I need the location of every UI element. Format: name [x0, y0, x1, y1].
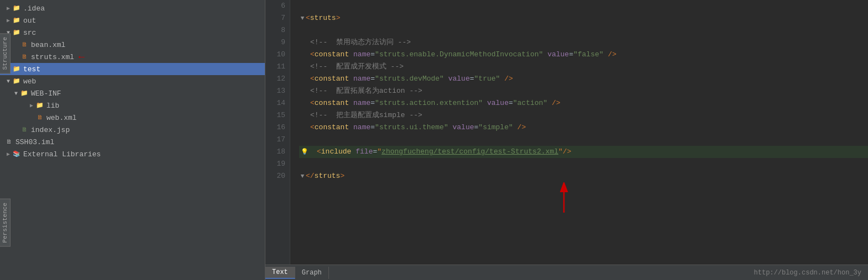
sidebar-item-test[interactable]: ▼ 📁 test [0, 63, 265, 75]
sidebar-item-label: web [23, 77, 36, 86]
sidebar-item-label: WEB-INF [31, 89, 61, 98]
sidebar-item-struts-xml[interactable]: 🗎 struts.xml ← [0, 51, 265, 63]
sidebar-item-label: bean.xml [31, 41, 65, 49]
sidebar-item-label: index.jsp [31, 126, 70, 134]
sidebar-item-label: src [23, 29, 36, 37]
xml-icon: 🗎 [35, 114, 44, 121]
arrow-icon: ▶ [4, 17, 12, 24]
arrow-icon: ▶ [4, 151, 12, 157]
sidebar-item-webinf[interactable]: ▼ 📁 WEB-INF [0, 87, 265, 99]
code-line-15: <!-- 把主题配置成simple --> [299, 109, 868, 121]
sidebar-item-label: lib [46, 102, 59, 110]
arrow-icon: ▼ [12, 91, 20, 97]
url-text: http://blog.csdn.net/hon_3y [754, 269, 861, 277]
folder-icon: 📁 [12, 29, 21, 36]
code-line-20: ▼ </struts> [299, 170, 868, 182]
sidebar-item-lib[interactable]: ▶ 📁 lib [0, 99, 265, 112]
bottom-bar: Text Graph http://blog.csdn.net/hon_3y [265, 265, 868, 280]
folder-icon: 📁 [12, 17, 21, 24]
code-line-7: ▼ <struts> [299, 12, 868, 24]
code-line-16: <constant name="struts.ui.theme" value="… [299, 121, 868, 134]
code-line-11: <!-- 配置成开发模式 --> [299, 61, 868, 73]
sidebar-item-label: struts.xml [31, 53, 74, 61]
sidebar-item-idea[interactable]: ▶ 📁 .idea [0, 2, 265, 14]
lightbulb-icon: 💡 [299, 146, 310, 158]
sidebar-item-bean-xml[interactable]: 🗎 bean.xml [0, 39, 265, 51]
sidebar-item-ssh03-iml[interactable]: 🗎 SSH03.iml [0, 136, 265, 148]
sidebar-item-src[interactable]: ▼ 📁 src [0, 27, 265, 39]
code-line-14: <constant name="struts.action.extention"… [299, 97, 868, 109]
folder-icon: 📁 [12, 77, 21, 85]
xml-icon: 🗎 [20, 41, 29, 49]
file-tree: ▶ 📁 .idea ▶ 📁 out ▼ 📁 src 🗎 bean.xml � [0, 0, 265, 280]
sidebar-item-index-jsp[interactable]: 🗎 index.jsp [0, 124, 265, 136]
arrow-icon: ▶ [4, 5, 12, 12]
fold-marker[interactable]: ▼ [299, 170, 306, 182]
code-line-17 [299, 134, 868, 146]
persistence-tab[interactable]: Persistence [0, 199, 11, 247]
folder-icon: 📁 [12, 4, 21, 12]
sidebar-item-label: .idea [23, 4, 45, 13]
tab-graph[interactable]: Graph [295, 267, 329, 279]
code-line-6 [299, 0, 868, 12]
sidebar-item-label: web.xml [46, 114, 77, 122]
code-line-9: <!-- 禁用动态方法访问 --> [299, 36, 868, 49]
sidebar-item-label: SSH03.iml [15, 138, 54, 146]
arrow-icon: ▶ [28, 102, 35, 109]
xml-icon: 🗎 [20, 53, 29, 61]
folder-icon: 📁 [12, 65, 21, 73]
sidebar-item-web[interactable]: ▼ 📁 web [0, 75, 265, 87]
folder-icon: 📁 [35, 102, 44, 109]
red-arrow-up-annotation [556, 182, 572, 220]
sidebar: ▶ 📁 .idea ▶ 📁 out ▼ 📁 src 🗎 bean.xml � [0, 0, 265, 280]
arrow-icon: ▼ [4, 78, 12, 84]
fold-marker[interactable]: ▼ [299, 12, 306, 24]
structure-tab[interactable]: Structure [0, 33, 11, 73]
folder-icon: 📁 [20, 89, 29, 97]
tab-text[interactable]: Text [265, 267, 295, 279]
line-numbers: 6 7 8 9 10 11 12 13 14 15 16 17 18 19 20 [265, 0, 290, 265]
editor-content: 6 7 8 9 10 11 12 13 14 15 16 17 18 19 20… [265, 0, 868, 265]
editor: 6 7 8 9 10 11 12 13 14 15 16 17 18 19 20… [265, 0, 868, 280]
jsp-icon: 🗎 [20, 126, 29, 134]
iml-icon: 🗎 [4, 138, 13, 146]
code-line-19 [299, 158, 868, 170]
code-line-13: <!-- 配置拓展名为action --> [299, 85, 868, 97]
code-line-8 [299, 24, 868, 36]
sidebar-item-label: out [23, 17, 36, 25]
sidebar-item-label: External Libraries [23, 150, 101, 159]
code-line-12: <constant name="struts.devMode" value="t… [299, 73, 868, 85]
code-area[interactable]: ▼ <struts> <!-- 禁用动态方法访问 --> <constant n… [290, 0, 868, 265]
code-line-18: 💡 <include file="zhongfucheng/test/confi… [299, 146, 868, 158]
sidebar-item-external-libs[interactable]: ▶ 📚 External Libraries [0, 148, 265, 160]
code-line-10: <constant name="struts.enable.DynamicMet… [299, 49, 868, 61]
sidebar-item-label: test [23, 65, 40, 73]
sidebar-item-out[interactable]: ▶ 📁 out [0, 14, 265, 27]
red-arrow-annotation: ← [79, 51, 85, 62]
sidebar-item-web-xml[interactable]: 🗎 web.xml [0, 112, 265, 124]
lib-icon: 📚 [12, 150, 21, 158]
